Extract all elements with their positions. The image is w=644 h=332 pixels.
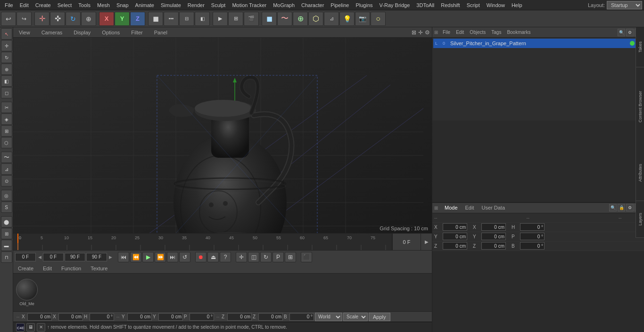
z-position-input[interactable] xyxy=(227,313,252,321)
timeline-view-button[interactable]: ⬛ xyxy=(301,252,312,262)
lt-floor[interactable]: ▬ xyxy=(1,240,12,251)
x-position-input[interactable] xyxy=(27,313,52,321)
light-button[interactable]: ○ xyxy=(371,12,386,26)
menu-window[interactable]: Window xyxy=(484,1,508,9)
menu-script[interactable]: Script xyxy=(464,1,483,9)
timeline-ruler[interactable]: 0 5 10 15 20 25 xyxy=(13,234,392,250)
points-mode-button[interactable]: ••• xyxy=(164,12,179,26)
scale-dropdown[interactable]: Scale Size xyxy=(343,313,368,321)
attr-tab-mode[interactable]: Mode xyxy=(443,205,460,211)
menu-tools[interactable]: Tools xyxy=(75,1,93,9)
obj-bookmarks[interactable]: Bookmarks xyxy=(505,30,532,35)
side-tab-layers[interactable]: Layers xyxy=(636,201,644,238)
attr-x-pos[interactable] xyxy=(443,223,467,231)
menu-sculpt[interactable]: Sculpt xyxy=(208,1,229,9)
search-icon[interactable]: 🔍 xyxy=(618,29,625,36)
menu-vray[interactable]: V-Ray Bridge xyxy=(377,1,413,9)
attr-settings-icon[interactable]: ⚙ xyxy=(626,204,634,211)
render-button[interactable]: ▶ xyxy=(213,12,228,26)
menu-simulate[interactable]: Simulate xyxy=(158,1,184,9)
redo-button[interactable]: ↪ xyxy=(17,12,32,26)
render-region-button[interactable]: ⊞ xyxy=(228,12,243,26)
menu-3dtoall[interactable]: 3DToAll xyxy=(413,1,437,9)
mat-tab-function[interactable]: Function xyxy=(58,265,84,272)
material-item-old-me[interactable]: Old_Me xyxy=(16,279,38,306)
attr-p-rot[interactable] xyxy=(520,233,545,240)
lt-select[interactable]: ↖ xyxy=(1,28,12,40)
menu-motion-tracker[interactable]: Motion Tracker xyxy=(229,1,269,9)
lt-grid[interactable]: ⊞ xyxy=(1,228,12,239)
motion-path-button[interactable]: ? xyxy=(220,252,231,262)
lt-magnet[interactable]: ⊓ xyxy=(1,251,12,263)
vp-icon-move[interactable]: ✛ xyxy=(418,29,423,36)
mat-tab-texture[interactable]: Texture xyxy=(88,265,110,272)
menu-mesh[interactable]: Mesh xyxy=(94,1,113,9)
b-input[interactable] xyxy=(289,313,314,321)
menu-animate[interactable]: Animate xyxy=(132,1,157,9)
attr-tab-userdata[interactable]: User Data xyxy=(480,205,507,211)
record-button[interactable]: ⏺ xyxy=(195,252,206,262)
attr-z-size[interactable] xyxy=(481,242,506,250)
dope-button[interactable]: ⊞ xyxy=(285,252,296,262)
pla-button[interactable]: P xyxy=(272,252,284,262)
lt-spline[interactable]: 〜 xyxy=(1,152,12,163)
menu-character[interactable]: Character xyxy=(298,1,327,9)
lt-scale[interactable]: ⊕ xyxy=(1,64,12,75)
menu-file[interactable]: File xyxy=(2,1,16,9)
z-axis-button[interactable]: Z xyxy=(130,12,145,26)
z-size-input[interactable] xyxy=(258,313,283,321)
play-button[interactable]: ▶ xyxy=(142,252,154,262)
lt-rotate[interactable]: ↻ xyxy=(1,52,12,63)
object-mode-button[interactable]: ◼ xyxy=(148,12,163,26)
camera-button[interactable]: 📷 xyxy=(355,12,370,26)
status-close-icon[interactable]: ✕ xyxy=(37,323,45,332)
translate-icon[interactable]: ✛ xyxy=(236,252,247,262)
menu-snap[interactable]: Snap xyxy=(114,1,132,9)
next-frame-button[interactable]: ⏩ xyxy=(155,252,166,262)
attr-y-pos[interactable] xyxy=(443,233,467,240)
go-start-button[interactable]: ⏮ xyxy=(118,252,129,262)
side-tab-attributes[interactable]: Attributes xyxy=(636,145,644,201)
lt-texture[interactable]: ⬤ xyxy=(1,216,12,227)
status-cinema4d-icon[interactable]: C4D xyxy=(16,323,25,332)
menu-plugins[interactable]: Plugins xyxy=(353,1,375,9)
lt-snap[interactable]: ◎ xyxy=(1,190,12,201)
lt-sculpt[interactable]: ⬡ xyxy=(1,137,12,148)
attr-x-size[interactable] xyxy=(481,223,506,231)
scale-tool-button[interactable]: ⊕ xyxy=(81,12,96,26)
menu-mograph[interactable]: MoGraph xyxy=(270,1,297,9)
x-axis-button[interactable]: X xyxy=(99,12,114,26)
obj-edit[interactable]: Edit xyxy=(454,30,466,35)
tab-view[interactable]: View xyxy=(15,29,34,36)
move-tool-button[interactable]: ✜ xyxy=(50,12,65,26)
vp-icon-expand[interactable]: ⊠ xyxy=(412,29,416,36)
mograph-button[interactable]: ⬡ xyxy=(308,12,323,26)
obj-tags[interactable]: Tags xyxy=(489,30,503,35)
polys-mode-button[interactable]: ◧ xyxy=(195,12,210,26)
y-position-input[interactable] xyxy=(127,313,152,321)
attr-tab-edit[interactable]: Edit xyxy=(463,205,476,211)
menu-pipeline[interactable]: Pipeline xyxy=(328,1,352,9)
lt-cut[interactable]: ✂ xyxy=(1,102,12,113)
lt-deform[interactable]: ⊿ xyxy=(1,163,12,175)
obj-objects[interactable]: Objects xyxy=(468,30,487,35)
x-size-input[interactable] xyxy=(58,313,83,321)
start-frame-input[interactable] xyxy=(15,253,36,261)
attr-b-rot[interactable] xyxy=(520,242,545,250)
lt-brush[interactable]: ◻ xyxy=(1,87,12,98)
h-input[interactable] xyxy=(90,313,114,321)
attr-h-rot[interactable] xyxy=(520,223,545,231)
rotate-icon2[interactable]: ◫ xyxy=(248,252,259,262)
scene-button[interactable]: 💡 xyxy=(339,12,355,26)
lt-paint[interactable]: ◈ xyxy=(1,113,12,125)
menu-create[interactable]: Create xyxy=(33,1,54,9)
tab-cameras[interactable]: Cameras xyxy=(38,29,66,36)
cube-button[interactable]: ◼ xyxy=(262,12,277,26)
nurbs-button[interactable]: ⊕ xyxy=(293,12,308,26)
scale-icon2[interactable]: ↻ xyxy=(260,252,272,262)
vp-icon-settings[interactable]: ⚙ xyxy=(425,29,430,36)
lt-soft-select[interactable]: ⊙ xyxy=(1,175,12,186)
menu-redshift[interactable]: Redshift xyxy=(438,1,462,9)
end-range-input[interactable] xyxy=(65,253,85,261)
auto-key-button[interactable]: ⏏ xyxy=(207,252,219,262)
